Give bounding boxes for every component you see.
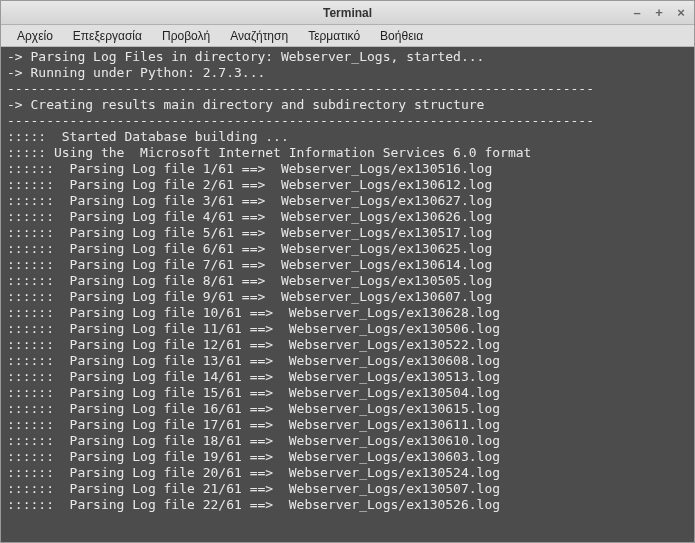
menu-terminal[interactable]: Τερματικό (298, 27, 370, 45)
window-title: Terminal (323, 6, 372, 20)
menu-help[interactable]: Βοήθεια (370, 27, 433, 45)
close-button[interactable]: × (674, 5, 688, 20)
maximize-button[interactable]: + (652, 5, 666, 20)
menu-file[interactable]: Αρχείο (7, 27, 63, 45)
titlebar[interactable]: Terminal – + × (1, 1, 694, 25)
menu-edit[interactable]: Επεξεργασία (63, 27, 152, 45)
terminal-window: Terminal – + × Αρχείο Επεξεργασία Προβολ… (0, 0, 695, 543)
menu-view[interactable]: Προβολή (152, 27, 220, 45)
minimize-button[interactable]: – (630, 5, 644, 20)
menu-search[interactable]: Αναζήτηση (220, 27, 298, 45)
menubar: Αρχείο Επεξεργασία Προβολή Αναζήτηση Τερ… (1, 25, 694, 47)
window-controls: – + × (630, 1, 688, 24)
terminal-output[interactable]: -> Parsing Log Files in directory: Webse… (1, 47, 694, 542)
